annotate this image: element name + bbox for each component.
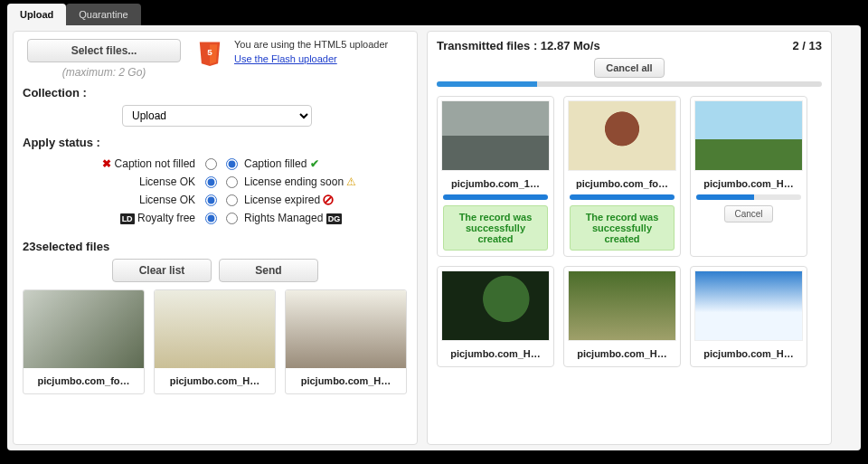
- status-caption-filled: Caption filled: [244, 157, 307, 170]
- thumbnail-label: picjumbo.com_fo…: [24, 368, 144, 393]
- right-panel: Transmitted files : 12.87 Mo/s 2 / 13 Ca…: [427, 31, 832, 445]
- svg-line-4: [326, 197, 331, 203]
- send-button[interactable]: Send: [219, 259, 318, 282]
- uploader-note: You are using the HTML5 uploader: [234, 39, 408, 50]
- file-name: picjumbo.com_H…: [694, 171, 803, 193]
- thumbnail-label: picjumbo.com_H…: [155, 368, 275, 393]
- thumbnail-label: picjumbo.com_H…: [286, 368, 406, 393]
- file-name: picjumbo.com_H…: [568, 341, 676, 363]
- file-name: picjumbo.com_fo…: [568, 171, 676, 193]
- status-license-expired: License expired: [244, 194, 320, 206]
- file-cancel-button[interactable]: Cancel: [724, 205, 772, 223]
- file-card: picjumbo.com_H…: [690, 266, 807, 367]
- file-card: picjumbo.com_1… The record was successfu…: [437, 96, 554, 257]
- transmitted-count: 2 / 13: [792, 39, 822, 52]
- svg-text:5: 5: [207, 47, 212, 57]
- file-name: picjumbo.com_H…: [441, 341, 550, 363]
- selected-files-header: 23selected files: [23, 240, 408, 253]
- file-name: picjumbo.com_H…: [694, 341, 803, 363]
- file-success-msg: The record was successfully created: [443, 205, 548, 251]
- radio-license-ending[interactable]: [226, 176, 238, 188]
- check-icon: ✔: [310, 157, 319, 170]
- file-thumbnail: [568, 270, 676, 341]
- selected-thumb[interactable]: picjumbo.com_H…: [285, 289, 407, 394]
- select-files-button[interactable]: Select files...: [27, 39, 181, 62]
- max-size-note: (maximum: 2 Go): [23, 66, 185, 79]
- tab-upload[interactable]: Upload: [7, 4, 66, 25]
- tab-bar: Upload Quarantine: [7, 0, 861, 25]
- status-rights-managed: Rights Managed: [244, 212, 323, 224]
- html5-icon: 5: [194, 39, 225, 71]
- file-progress: [443, 194, 548, 200]
- radio-caption-not-filled[interactable]: [205, 158, 217, 170]
- radio-caption-filled[interactable]: [226, 158, 238, 170]
- thumbnail-image: [24, 290, 144, 368]
- ld-badge-icon: LD: [120, 213, 135, 224]
- status-caption-not-filled: Caption not filled: [115, 157, 195, 170]
- tab-quarantine[interactable]: Quarantine: [66, 4, 140, 25]
- file-progress: [696, 194, 801, 200]
- cancel-all-button[interactable]: Cancel all: [594, 58, 664, 78]
- file-card: picjumbo.com_H…: [563, 266, 681, 367]
- status-license-ok: License OK: [59, 175, 199, 188]
- file-card: picjumbo.com_H…: [437, 266, 554, 367]
- file-success-msg: The record was successfully created: [570, 205, 675, 251]
- file-card: picjumbo.com_fo… The record was successf…: [563, 96, 681, 257]
- left-panel: Select files... (maximum: 2 Go) 5 You ar…: [13, 31, 418, 445]
- file-thumbnail: [441, 100, 550, 171]
- dg-badge-icon: DG: [326, 213, 343, 224]
- collection-select[interactable]: Upload: [122, 105, 312, 127]
- file-card: picjumbo.com_H… Cancel: [690, 96, 807, 257]
- selected-thumb[interactable]: picjumbo.com_fo…: [23, 289, 145, 394]
- apply-status-label: Apply status :: [23, 136, 408, 149]
- file-name: picjumbo.com_1…: [441, 171, 550, 193]
- file-thumbnail: [694, 270, 803, 341]
- x-icon: ✖: [102, 157, 111, 170]
- transmitted-title: Transmitted files : 12.87 Mo/s: [437, 39, 600, 52]
- thumbnail-image: [286, 290, 406, 368]
- warning-icon: ⚠: [346, 175, 356, 188]
- file-progress: [570, 194, 675, 200]
- radio-license-ok-1[interactable]: [205, 176, 217, 188]
- clear-list-button[interactable]: Clear list: [112, 259, 212, 282]
- file-thumbnail: [694, 100, 803, 171]
- file-thumbnail: [568, 100, 676, 171]
- forbidden-icon: [323, 194, 334, 206]
- status-license-ending: License ending soon: [244, 175, 344, 188]
- status-license-ok-2: License OK: [59, 194, 199, 206]
- thumbnail-image: [155, 290, 275, 368]
- file-thumbnail: [441, 270, 550, 341]
- flash-uploader-link[interactable]: Use the Flash uploader: [234, 53, 337, 64]
- radio-license-expired[interactable]: [226, 194, 238, 206]
- status-royalty-free: Royalty free: [137, 212, 195, 224]
- selected-thumb[interactable]: picjumbo.com_H…: [154, 289, 276, 394]
- radio-rights-managed[interactable]: [226, 213, 238, 224]
- radio-license-ok-2[interactable]: [205, 194, 217, 206]
- overall-progress: [437, 81, 822, 87]
- radio-royalty-free[interactable]: [205, 213, 217, 224]
- collection-label: Collection :: [23, 86, 408, 99]
